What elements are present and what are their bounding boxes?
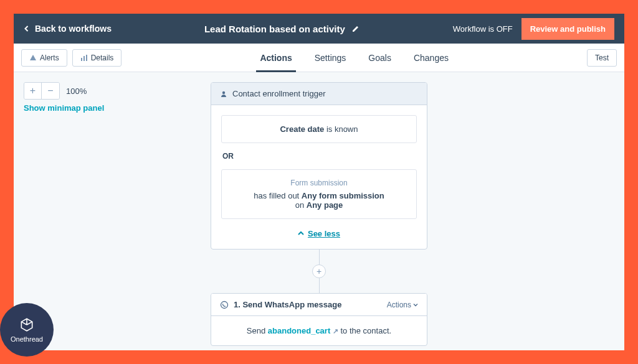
trigger-title: Contact enrollment trigger bbox=[232, 89, 418, 98]
zoom-in-button[interactable]: + bbox=[24, 83, 42, 99]
test-button[interactable]: Test bbox=[587, 49, 617, 67]
chart-icon bbox=[80, 54, 88, 62]
chevron-left-icon bbox=[24, 26, 30, 32]
zoom-level: 100% bbox=[66, 86, 87, 96]
show-minimap-link[interactable]: Show minimap panel bbox=[24, 103, 104, 113]
connector-line bbox=[319, 278, 320, 293]
workflow-title: Lead Rotation based on activity bbox=[204, 24, 345, 34]
tab-actions[interactable]: Actions bbox=[260, 44, 292, 72]
back-label: Back to workflows bbox=[35, 24, 112, 34]
criteria-1[interactable]: Create date is known bbox=[221, 115, 417, 143]
back-link[interactable]: Back to workflows bbox=[24, 24, 112, 34]
action-menu[interactable]: Actions bbox=[387, 301, 418, 309]
tab-goals[interactable]: Goals bbox=[368, 44, 391, 72]
alerts-button[interactable]: Alerts bbox=[21, 49, 67, 67]
edit-icon[interactable] bbox=[351, 24, 360, 33]
action-title: 1. Send WhatsApp message bbox=[234, 300, 382, 309]
svg-point-4 bbox=[221, 301, 228, 308]
chevron-down-icon bbox=[413, 302, 418, 307]
workflow-status: Workflow is OFF bbox=[453, 24, 513, 34]
details-button[interactable]: Details bbox=[72, 49, 122, 67]
tab-settings[interactable]: Settings bbox=[315, 44, 346, 72]
chevron-up-icon bbox=[298, 230, 304, 236]
svg-rect-1 bbox=[83, 56, 85, 61]
whatsapp-icon bbox=[220, 301, 229, 309]
svg-point-3 bbox=[222, 91, 225, 93]
warning-icon bbox=[29, 54, 37, 62]
onethread-logo: Onethread bbox=[0, 303, 54, 357]
criteria-2[interactable]: Form submission has filled out Any form … bbox=[221, 169, 417, 219]
enrollment-trigger-card[interactable]: Contact enrollment trigger Create date i… bbox=[211, 82, 427, 250]
external-link-icon: ↗ bbox=[333, 327, 338, 335]
or-separator: OR bbox=[222, 152, 417, 161]
tab-changes[interactable]: Changes bbox=[414, 44, 449, 72]
zoom-out-button[interactable]: − bbox=[42, 83, 59, 99]
svg-rect-2 bbox=[86, 55, 87, 61]
cube-icon bbox=[19, 317, 35, 333]
connector-line bbox=[319, 250, 320, 264]
svg-rect-0 bbox=[81, 58, 82, 61]
see-less-link[interactable]: See less bbox=[298, 229, 340, 238]
contact-icon bbox=[220, 90, 227, 98]
workflow-canvas[interactable]: + − 100% Show minimap panel Contact enro… bbox=[14, 72, 624, 350]
add-action-button[interactable]: + bbox=[312, 264, 326, 278]
action-card-1[interactable]: 1. Send WhatsApp message Actions Send ab… bbox=[211, 293, 427, 346]
template-link[interactable]: abandoned_cart ↗ bbox=[268, 326, 338, 335]
review-publish-button[interactable]: Review and publish bbox=[521, 18, 614, 40]
